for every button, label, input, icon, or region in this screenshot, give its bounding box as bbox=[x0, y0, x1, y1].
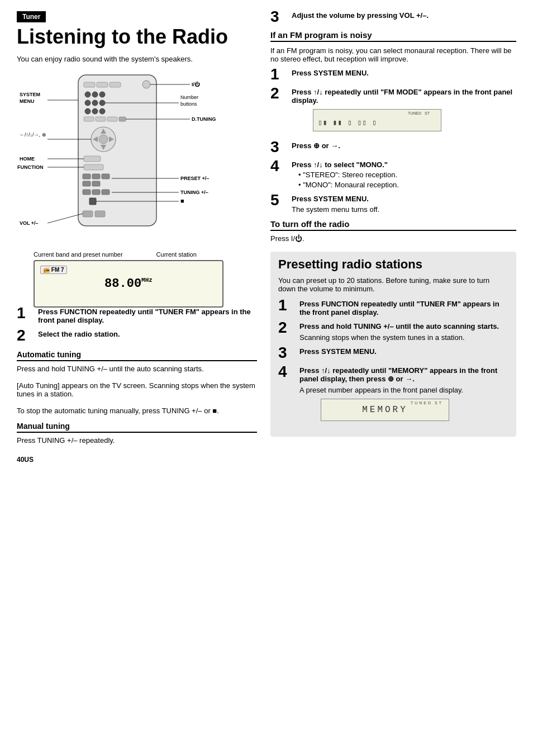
svg-point-13 bbox=[85, 108, 91, 114]
noisy-step-4: 4 Press ↑/↓ to select "MONO." "STEREO": … bbox=[270, 160, 516, 189]
svg-text:VOL +/–: VOL +/– bbox=[20, 220, 39, 226]
presetting-step-4-text: Press ↑/↓ repeatedly until "MEMORY" appe… bbox=[299, 366, 508, 426]
noisy-intro: If an FM program is noisy, you can selec… bbox=[270, 46, 516, 63]
presetting-title: Presetting radio stations bbox=[278, 257, 508, 272]
svg-text:HOME: HOME bbox=[20, 156, 35, 162]
noisy-step-3-text: Press ⊕ or →. bbox=[292, 141, 516, 150]
presetting-step-3: 3 Press SYSTEM MENU. bbox=[278, 347, 508, 361]
svg-point-7 bbox=[85, 92, 91, 97]
manual-tuning-body: Press TUNING +/– repeatedly. bbox=[17, 436, 257, 445]
svg-text:I/⏻: I/⏻ bbox=[192, 81, 200, 87]
svg-rect-20 bbox=[96, 117, 106, 121]
svg-point-14 bbox=[92, 108, 98, 114]
page-title: Listening to the Radio bbox=[17, 26, 257, 48]
tuned-st-label: TUNEDST bbox=[408, 111, 430, 115]
noisy-step-2: 2 Press ↑/↓ repeatedly until "FM MODE" a… bbox=[270, 88, 516, 136]
presetting-step-3-text: Press SYSTEM MENU. bbox=[299, 347, 508, 356]
noisy-title: If an FM program is noisy bbox=[270, 30, 516, 42]
svg-text:MENU: MENU bbox=[20, 98, 35, 104]
svg-point-4 bbox=[142, 81, 150, 88]
noisy-step-3: 3 Press ⊕ or →. bbox=[270, 141, 516, 155]
manual-tuning-title: Manual tuning bbox=[17, 422, 257, 433]
svg-rect-2 bbox=[97, 82, 108, 87]
bullet-mono: "MONO": Monaural reception. bbox=[298, 181, 516, 189]
presetting-step-2-num: 2 bbox=[278, 320, 294, 336]
svg-point-8 bbox=[92, 92, 98, 97]
memory-tuned-st: TUNEDST bbox=[411, 401, 443, 405]
svg-text:buttons: buttons bbox=[180, 101, 197, 107]
presetting-step-1: 1 Press FUNCTION repeatedly until "TUNER… bbox=[278, 300, 508, 316]
svg-rect-36 bbox=[84, 156, 101, 162]
presetting-step-4-sub: A preset number appears in the front pan… bbox=[299, 386, 508, 394]
noisy-step-4-text: Press ↑/↓ to select "MONO." "STEREO": St… bbox=[292, 160, 516, 189]
presetting-step-2-text: Press and hold TUNING +/– until the auto… bbox=[299, 322, 508, 342]
step-2: 2 Select the radio station. bbox=[17, 330, 257, 343]
svg-text:■: ■ bbox=[180, 197, 184, 204]
svg-rect-50 bbox=[92, 190, 100, 195]
system-menu-off: The system menu turns off. bbox=[292, 205, 516, 214]
page-number: 40US bbox=[17, 456, 257, 464]
noisy-step-3-num: 3 bbox=[270, 139, 286, 155]
right-step-3-text: Adjust the volume by pressing VOL +/–. bbox=[292, 11, 516, 20]
noisy-step-5-text: Press SYSTEM MENU. The system menu turns… bbox=[292, 195, 516, 214]
noisy-step-2-num: 2 bbox=[270, 86, 286, 101]
right-step-3-number: 3 bbox=[270, 9, 286, 25]
svg-text:SYSTEM: SYSTEM bbox=[20, 92, 40, 97]
svg-rect-19 bbox=[84, 117, 94, 121]
svg-point-29 bbox=[99, 135, 108, 144]
step-1-number: 1 bbox=[17, 305, 32, 321]
presetting-step-4: 4 Press ↑/↓ repeatedly until "MEMORY" ap… bbox=[278, 366, 508, 426]
svg-point-15 bbox=[99, 108, 105, 114]
svg-rect-58 bbox=[95, 211, 105, 217]
svg-text:PRESET +/–: PRESET +/– bbox=[180, 176, 209, 181]
presetting-step-2-sub: Scanning stops when the system tunes in … bbox=[299, 333, 508, 342]
step-2-text: Select the radio station. bbox=[38, 330, 257, 338]
svg-rect-22 bbox=[119, 117, 126, 121]
intro-text: You can enjoy radio sound with the syste… bbox=[17, 55, 257, 63]
noisy-step-5-num: 5 bbox=[270, 192, 286, 208]
svg-line-59 bbox=[47, 214, 83, 223]
noisy-step-1-num: 1 bbox=[270, 67, 286, 82]
current-station-label: Current station bbox=[156, 251, 197, 258]
svg-rect-1 bbox=[84, 82, 95, 87]
svg-rect-44 bbox=[102, 174, 110, 179]
turn-off-title: To turn off the radio bbox=[270, 219, 516, 231]
svg-text:←/↑/↓/→, ⊕: ←/↑/↓/→, ⊕ bbox=[20, 132, 46, 138]
svg-point-12 bbox=[99, 100, 105, 106]
right-step-3: 3 Adjust the volume by pressing VOL +/–. bbox=[270, 11, 516, 25]
frequency-display: 88.00MHz bbox=[104, 277, 153, 291]
svg-text:Number: Number bbox=[180, 94, 198, 100]
bullet-stereo: "STEREO": Stereo reception. bbox=[298, 171, 516, 179]
noisy-step-5: 5 Press SYSTEM MENU. The system menu tur… bbox=[270, 195, 516, 214]
svg-rect-57 bbox=[83, 211, 93, 217]
presetting-step-4-num: 4 bbox=[278, 364, 294, 380]
automatic-tuning-body: Press and hold TUNING +/– until the auto… bbox=[17, 365, 257, 415]
presetting-step-1-text: Press FUNCTION repeatedly until "TUNER F… bbox=[299, 300, 508, 316]
noisy-step-1-text: Press SYSTEM MENU. bbox=[292, 69, 516, 77]
automatic-tuning-title: Automatic tuning bbox=[17, 350, 257, 361]
step-1: 1 Press FUNCTION repeatedly until "TUNER… bbox=[17, 308, 257, 324]
tuner-badge: Tuner bbox=[17, 11, 46, 22]
display-box: 📻 FM 7 88.00MHz bbox=[34, 260, 223, 308]
fm-mode-display: TUNEDST ▯▮ ▮▮ ▯ ▯▯ ▯ bbox=[313, 109, 441, 131]
memory-display: TUNEDST MEMORY bbox=[321, 399, 449, 421]
noisy-step-1: 1 Press SYSTEM MENU. bbox=[270, 69, 516, 82]
svg-rect-42 bbox=[83, 174, 91, 179]
noisy-step-4-num: 4 bbox=[270, 158, 286, 174]
svg-text:FUNCTION: FUNCTION bbox=[17, 164, 44, 170]
svg-text:D.TUNING: D.TUNING bbox=[192, 116, 216, 122]
band-indicator: 📻 FM 7 bbox=[40, 266, 67, 274]
presetting-step-1-num: 1 bbox=[278, 297, 294, 313]
svg-rect-43 bbox=[92, 174, 100, 179]
current-band-label: Current band and preset number bbox=[34, 251, 123, 258]
svg-rect-45 bbox=[83, 181, 91, 186]
svg-rect-51 bbox=[102, 190, 110, 195]
svg-point-10 bbox=[85, 100, 91, 106]
svg-text:TUNING +/–: TUNING +/– bbox=[180, 190, 208, 195]
presetting-step-2: 2 Press and hold TUNING +/– until the au… bbox=[278, 322, 508, 342]
svg-point-11 bbox=[92, 100, 98, 106]
svg-rect-46 bbox=[92, 181, 100, 186]
svg-rect-21 bbox=[107, 117, 117, 121]
remote-diagram: I/⏻ Number buttons bbox=[17, 72, 251, 245]
svg-rect-39 bbox=[84, 164, 103, 170]
